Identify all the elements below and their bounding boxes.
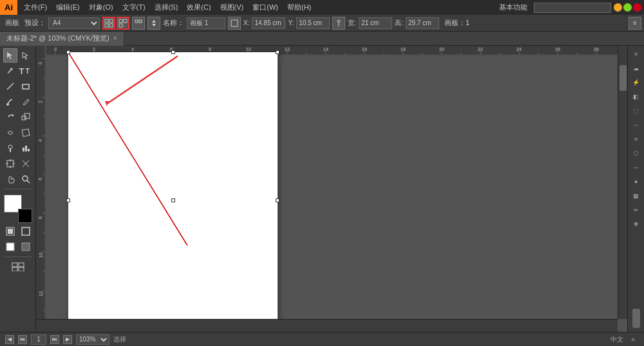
artboards-panel-button[interactable]: ⬚ [630, 105, 642, 117]
rotate-tool[interactable] [3, 110, 17, 124]
handle-top-middle[interactable] [171, 50, 175, 54]
move-artboard-button[interactable] [147, 17, 160, 30]
libraries-button[interactable]: ☁ [630, 62, 642, 74]
color-button[interactable]: ● [630, 176, 642, 187]
type-tool[interactable]: T T [19, 64, 33, 78]
selection-tool[interactable] [3, 48, 17, 62]
zoom-tool[interactable] [19, 172, 33, 186]
menu-object[interactable]: 对象(O) [85, 1, 117, 14]
y-label: Y: [288, 19, 294, 26]
svg-text:22: 22 [478, 47, 483, 52]
tool-row-6 [3, 126, 33, 140]
link-icon[interactable] [332, 17, 345, 30]
artboard [68, 52, 278, 332]
svg-text:20: 20 [439, 47, 444, 52]
menu-help[interactable]: 帮助(H) [283, 1, 315, 14]
menu-effect[interactable]: 效果(C) [183, 1, 214, 14]
mask-mode-button[interactable] [19, 240, 33, 254]
handle-middle-right[interactable] [276, 198, 279, 202]
tool-row-7 [3, 141, 33, 155]
svg-text:12: 12 [285, 47, 290, 52]
preset-select[interactable]: A4 [48, 17, 100, 29]
transform-button[interactable]: ↔ [630, 119, 642, 131]
last-artboard-button[interactable]: ⏭ [50, 335, 59, 344]
menu-text[interactable]: 文字(T) [118, 1, 149, 14]
line-midpoint-handle[interactable] [171, 198, 175, 202]
first-artboard-button[interactable]: ⏮ [18, 335, 27, 344]
rectangle-tool[interactable] [19, 79, 33, 93]
prev-artboard-button[interactable]: ◀ [5, 335, 14, 344]
vertical-scroll-thumb[interactable] [620, 65, 627, 91]
artboard-name-input[interactable] [187, 17, 225, 29]
warp-tool[interactable] [3, 126, 17, 140]
status-options-button[interactable]: ≡ [627, 334, 639, 345]
artboard-tool[interactable] [3, 157, 17, 171]
free-transform-tool[interactable] [19, 126, 33, 140]
new-artboard-button[interactable] [102, 17, 115, 30]
minimize-button[interactable] [614, 3, 622, 12]
close-button[interactable] [633, 3, 641, 12]
menu-file[interactable]: 文件(F) [20, 1, 51, 14]
scale-tool[interactable] [19, 110, 33, 124]
svg-line-119 [68, 52, 187, 245]
svg-rect-44 [19, 263, 24, 267]
swatches-button[interactable]: ▦ [630, 190, 642, 202]
tool-row-2: T T [3, 64, 33, 78]
svg-rect-9 [139, 20, 142, 23]
maximize-button[interactable] [623, 3, 632, 12]
delete-artboard-button[interactable]: - [117, 17, 129, 30]
h-label: 高: [395, 19, 403, 28]
direct-selection-tool[interactable] [19, 48, 33, 62]
right-panel-scroll-thumb[interactable] [632, 309, 640, 328]
cc-libraries-button[interactable]: ⚡ [630, 77, 642, 88]
pen-tool[interactable] [3, 64, 17, 78]
active-tab[interactable]: 未标题-2* @ 103% (CMYK/预览) × [0, 32, 124, 46]
x-input[interactable] [252, 17, 285, 29]
handle-top-right[interactable] [276, 50, 279, 54]
background-color[interactable] [18, 209, 32, 223]
symbol-sprayer-tool[interactable] [3, 141, 17, 155]
y-input[interactable] [296, 17, 330, 29]
tool-row-extra [3, 224, 33, 238]
menu-select[interactable]: 选择(S) [151, 1, 182, 14]
divider [4, 189, 32, 189]
h-input[interactable] [406, 17, 439, 29]
layers-button[interactable]: ◧ [630, 91, 642, 102]
fill-button[interactable] [3, 224, 17, 238]
w-input[interactable] [359, 17, 392, 29]
paintbrush-tool[interactable] [3, 95, 17, 109]
svg-text:-: - [124, 23, 126, 28]
svg-text:16: 16 [362, 47, 367, 52]
stroke-button[interactable] [19, 224, 33, 238]
handle-top-left[interactable] [66, 50, 70, 54]
slice-tool[interactable] [19, 157, 33, 171]
stroke-panel-button[interactable]: ─ [630, 162, 642, 173]
symbols-button[interactable]: ❋ [630, 218, 642, 230]
view-mode-button[interactable] [11, 260, 25, 274]
menu-window[interactable]: 窗口(W) [249, 1, 282, 14]
hand-tool[interactable] [3, 172, 17, 186]
artboard-options-button[interactable] [132, 17, 145, 30]
toolbar-settings-button[interactable]: ≡ [629, 17, 641, 30]
svg-rect-93 [36, 46, 46, 319]
align-button[interactable]: ≡ [630, 133, 642, 145]
properties-panel-button[interactable]: ≡ [630, 48, 642, 60]
line-tool[interactable] [3, 79, 17, 93]
graph-tool[interactable] [19, 141, 33, 155]
normal-mode-button[interactable] [3, 240, 17, 254]
menu-edit[interactable]: 编辑(E) [52, 1, 84, 14]
pathfinder-button[interactable]: ⬡ [630, 148, 642, 159]
next-artboard-button[interactable]: ▶ [63, 335, 72, 344]
zoom-select[interactable]: 103% [76, 334, 109, 345]
search-input[interactable] [534, 3, 611, 13]
tool-row-8 [3, 157, 33, 171]
pencil-tool[interactable] [19, 95, 33, 109]
right-panel: ≡ ☁ ⚡ ◧ ⬚ ↔ ≡ ⬡ ─ ● ▦ ✏ ❋ [627, 46, 644, 332]
horizontal-scrollbar[interactable] [36, 319, 618, 332]
brushes-button[interactable]: ✏ [630, 204, 642, 216]
page-number-input[interactable] [31, 334, 46, 345]
tab-close-button[interactable]: × [113, 35, 117, 42]
menu-view[interactable]: 视图(V) [216, 1, 248, 14]
vertical-scrollbar[interactable] [618, 46, 627, 319]
handle-middle-left[interactable] [66, 198, 70, 202]
